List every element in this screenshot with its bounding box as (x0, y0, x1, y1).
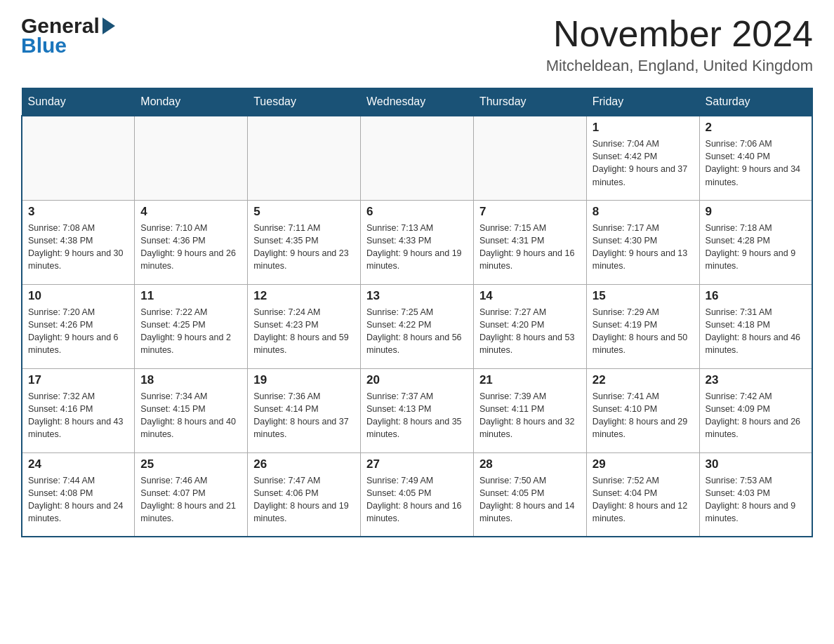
day-number: 19 (253, 373, 355, 387)
day-info: Sunrise: 7:52 AM Sunset: 4:04 PM Dayligh… (593, 474, 694, 525)
column-header-thursday: Thursday (473, 88, 586, 116)
day-number: 15 (593, 289, 694, 303)
day-info: Sunrise: 7:42 AM Sunset: 4:09 PM Dayligh… (706, 390, 806, 441)
calendar-cell (248, 116, 361, 200)
day-info: Sunrise: 7:11 AM Sunset: 4:35 PM Dayligh… (253, 222, 355, 273)
calendar-header-row: SundayMondayTuesdayWednesdayThursdayFrid… (22, 88, 812, 116)
day-info: Sunrise: 7:44 AM Sunset: 4:08 PM Dayligh… (28, 474, 128, 525)
calendar-cell: 21Sunrise: 7:39 AM Sunset: 4:11 PM Dayli… (473, 368, 586, 452)
calendar-cell: 25Sunrise: 7:46 AM Sunset: 4:07 PM Dayli… (135, 452, 248, 537)
calendar-cell: 6Sunrise: 7:13 AM Sunset: 4:33 PM Daylig… (361, 200, 474, 284)
calendar-cell (361, 116, 474, 200)
day-info: Sunrise: 7:24 AM Sunset: 4:23 PM Dayligh… (253, 306, 355, 357)
calendar-cell: 11Sunrise: 7:22 AM Sunset: 4:25 PM Dayli… (135, 284, 248, 368)
day-info: Sunrise: 7:06 AM Sunset: 4:40 PM Dayligh… (706, 137, 806, 189)
page-header: General Blue November 2024 Mitcheldean, … (21, 14, 813, 75)
calendar-table: SundayMondayTuesdayWednesdayThursdayFrid… (21, 88, 813, 537)
day-number: 27 (366, 457, 468, 471)
day-info: Sunrise: 7:50 AM Sunset: 4:05 PM Dayligh… (479, 474, 581, 525)
calendar-cell: 19Sunrise: 7:36 AM Sunset: 4:14 PM Dayli… (248, 368, 361, 452)
logo-arrow-icon (102, 18, 115, 34)
day-number: 16 (706, 289, 806, 303)
day-info: Sunrise: 7:04 AM Sunset: 4:42 PM Dayligh… (593, 137, 694, 189)
calendar-week-row: 3Sunrise: 7:08 AM Sunset: 4:38 PM Daylig… (22, 200, 812, 284)
calendar-week-row: 24Sunrise: 7:44 AM Sunset: 4:08 PM Dayli… (22, 452, 812, 537)
day-info: Sunrise: 7:41 AM Sunset: 4:10 PM Dayligh… (593, 390, 694, 441)
calendar-cell: 14Sunrise: 7:27 AM Sunset: 4:20 PM Dayli… (473, 284, 586, 368)
day-info: Sunrise: 7:08 AM Sunset: 4:38 PM Dayligh… (28, 222, 128, 273)
column-header-friday: Friday (586, 88, 699, 116)
location-text: Mitcheldean, England, United Kingdom (546, 57, 813, 75)
day-number: 26 (253, 457, 355, 471)
day-info: Sunrise: 7:17 AM Sunset: 4:30 PM Dayligh… (593, 222, 694, 273)
calendar-cell: 29Sunrise: 7:52 AM Sunset: 4:04 PM Dayli… (586, 452, 699, 537)
day-number: 8 (593, 205, 694, 219)
day-number: 9 (706, 205, 806, 219)
calendar-cell: 7Sunrise: 7:15 AM Sunset: 4:31 PM Daylig… (473, 200, 586, 284)
day-info: Sunrise: 7:15 AM Sunset: 4:31 PM Dayligh… (479, 222, 581, 273)
day-number: 3 (28, 205, 128, 219)
calendar-cell: 20Sunrise: 7:37 AM Sunset: 4:13 PM Dayli… (361, 368, 474, 452)
day-number: 22 (593, 373, 694, 387)
day-number: 17 (28, 373, 128, 387)
calendar-cell: 15Sunrise: 7:29 AM Sunset: 4:19 PM Dayli… (586, 284, 699, 368)
calendar-cell: 3Sunrise: 7:08 AM Sunset: 4:38 PM Daylig… (22, 200, 135, 284)
day-number: 7 (479, 205, 581, 219)
day-number: 29 (593, 457, 694, 471)
calendar-cell: 5Sunrise: 7:11 AM Sunset: 4:35 PM Daylig… (248, 200, 361, 284)
day-number: 23 (706, 373, 806, 387)
column-header-wednesday: Wednesday (361, 88, 474, 116)
calendar-week-row: 10Sunrise: 7:20 AM Sunset: 4:26 PM Dayli… (22, 284, 812, 368)
day-info: Sunrise: 7:20 AM Sunset: 4:26 PM Dayligh… (28, 306, 128, 357)
day-number: 18 (140, 373, 241, 387)
calendar-cell: 10Sunrise: 7:20 AM Sunset: 4:26 PM Dayli… (22, 284, 135, 368)
calendar-cell: 2Sunrise: 7:06 AM Sunset: 4:40 PM Daylig… (699, 116, 812, 200)
calendar-week-row: 17Sunrise: 7:32 AM Sunset: 4:16 PM Dayli… (22, 368, 812, 452)
calendar-cell: 1Sunrise: 7:04 AM Sunset: 4:42 PM Daylig… (586, 116, 699, 200)
day-number: 13 (366, 289, 468, 303)
day-number: 12 (253, 289, 355, 303)
day-info: Sunrise: 7:13 AM Sunset: 4:33 PM Dayligh… (366, 222, 468, 273)
day-number: 1 (593, 121, 694, 135)
day-number: 24 (28, 457, 128, 471)
column-header-sunday: Sunday (22, 88, 135, 116)
calendar-cell (473, 116, 586, 200)
calendar-cell: 23Sunrise: 7:42 AM Sunset: 4:09 PM Dayli… (699, 368, 812, 452)
day-info: Sunrise: 7:53 AM Sunset: 4:03 PM Dayligh… (706, 474, 806, 525)
day-info: Sunrise: 7:29 AM Sunset: 4:19 PM Dayligh… (593, 306, 694, 357)
column-header-saturday: Saturday (699, 88, 812, 116)
calendar-week-row: 1Sunrise: 7:04 AM Sunset: 4:42 PM Daylig… (22, 116, 812, 200)
calendar-cell: 28Sunrise: 7:50 AM Sunset: 4:05 PM Dayli… (473, 452, 586, 537)
calendar-cell: 17Sunrise: 7:32 AM Sunset: 4:16 PM Dayli… (22, 368, 135, 452)
day-info: Sunrise: 7:25 AM Sunset: 4:22 PM Dayligh… (366, 306, 468, 357)
day-info: Sunrise: 7:32 AM Sunset: 4:16 PM Dayligh… (28, 390, 128, 441)
day-number: 21 (479, 373, 581, 387)
calendar-cell: 16Sunrise: 7:31 AM Sunset: 4:18 PM Dayli… (699, 284, 812, 368)
day-info: Sunrise: 7:18 AM Sunset: 4:28 PM Dayligh… (706, 222, 806, 273)
calendar-cell: 18Sunrise: 7:34 AM Sunset: 4:15 PM Dayli… (135, 368, 248, 452)
column-header-tuesday: Tuesday (248, 88, 361, 116)
calendar-cell: 30Sunrise: 7:53 AM Sunset: 4:03 PM Dayli… (699, 452, 812, 537)
calendar-cell (22, 116, 135, 200)
day-info: Sunrise: 7:22 AM Sunset: 4:25 PM Dayligh… (140, 306, 241, 357)
calendar-cell: 26Sunrise: 7:47 AM Sunset: 4:06 PM Dayli… (248, 452, 361, 537)
calendar-cell: 9Sunrise: 7:18 AM Sunset: 4:28 PM Daylig… (699, 200, 812, 284)
day-number: 2 (706, 121, 806, 135)
calendar-cell: 12Sunrise: 7:24 AM Sunset: 4:23 PM Dayli… (248, 284, 361, 368)
column-header-monday: Monday (135, 88, 248, 116)
calendar-cell: 13Sunrise: 7:25 AM Sunset: 4:22 PM Dayli… (361, 284, 474, 368)
day-info: Sunrise: 7:34 AM Sunset: 4:15 PM Dayligh… (140, 390, 241, 441)
day-number: 5 (253, 205, 355, 219)
day-number: 30 (706, 457, 806, 471)
day-number: 4 (140, 205, 241, 219)
month-title: November 2024 (546, 14, 813, 54)
day-info: Sunrise: 7:49 AM Sunset: 4:05 PM Dayligh… (366, 474, 468, 525)
day-info: Sunrise: 7:27 AM Sunset: 4:20 PM Dayligh… (479, 306, 581, 357)
day-info: Sunrise: 7:36 AM Sunset: 4:14 PM Dayligh… (253, 390, 355, 441)
day-info: Sunrise: 7:46 AM Sunset: 4:07 PM Dayligh… (140, 474, 241, 525)
day-number: 25 (140, 457, 241, 471)
day-info: Sunrise: 7:39 AM Sunset: 4:11 PM Dayligh… (479, 390, 581, 441)
calendar-cell: 22Sunrise: 7:41 AM Sunset: 4:10 PM Dayli… (586, 368, 699, 452)
calendar-cell: 4Sunrise: 7:10 AM Sunset: 4:36 PM Daylig… (135, 200, 248, 284)
day-info: Sunrise: 7:10 AM Sunset: 4:36 PM Dayligh… (140, 222, 241, 273)
